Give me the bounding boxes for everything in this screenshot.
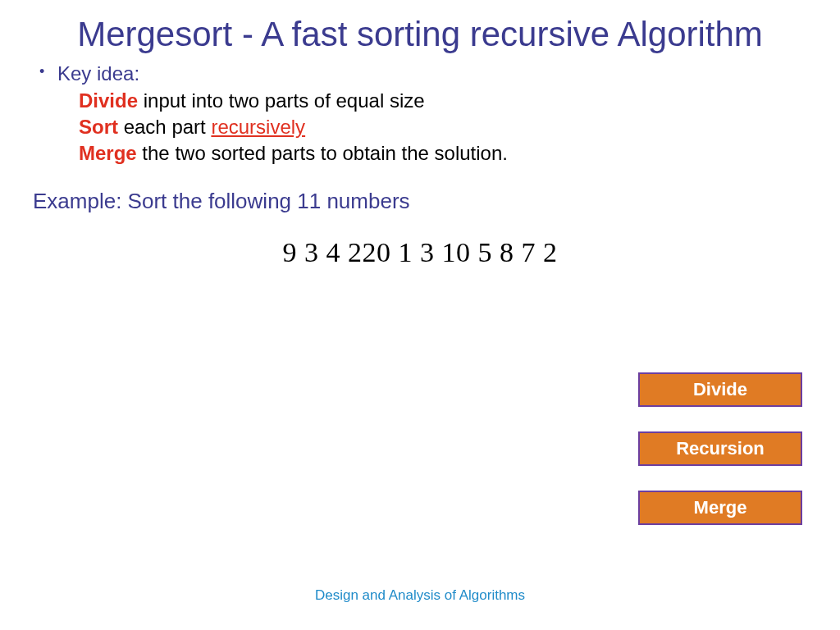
example-heading: Example: Sort the following 11 numbers: [0, 167, 840, 214]
recursion-button[interactable]: Recursion: [638, 431, 802, 466]
idea-sort: Sort each part recursively: [57, 114, 807, 140]
example-numbers: 9 3 4 220 1 3 10 5 8 7 2: [0, 237, 840, 268]
idea-merge-text: the two sorted parts to obtain the solut…: [137, 142, 508, 164]
kw-sort: Sort: [79, 116, 118, 138]
key-idea-block: Key idea: Divide input into two parts of…: [0, 61, 840, 167]
slide-title: Mergesort - A fast sorting recursive Alg…: [0, 0, 840, 61]
key-idea-label: Key idea:: [57, 61, 807, 87]
recursively-link[interactable]: recursively: [211, 116, 305, 138]
kw-divide: Divide: [79, 89, 138, 112]
idea-divide-text: input into two parts of equal size: [138, 89, 425, 112]
kw-merge: Merge: [79, 142, 137, 164]
idea-merge: Merge the two sorted parts to obtain the…: [57, 140, 807, 167]
slide-footer: Design and Analysis of Algorithms: [0, 587, 840, 604]
idea-sort-mid: each part: [118, 116, 211, 138]
divide-button[interactable]: Divide: [638, 372, 802, 407]
idea-divide: Divide input into two parts of equal siz…: [57, 88, 807, 114]
action-buttons: Divide Recursion Merge: [638, 372, 802, 525]
merge-button[interactable]: Merge: [638, 491, 802, 525]
